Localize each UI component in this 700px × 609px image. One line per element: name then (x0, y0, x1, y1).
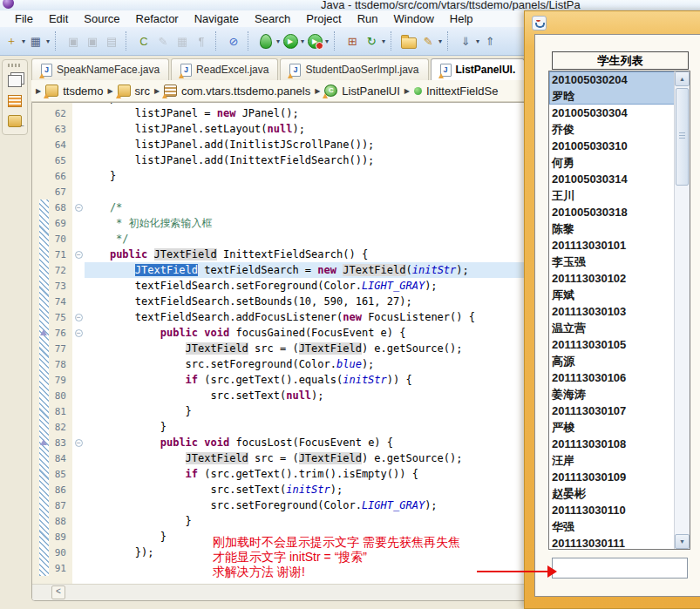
new-file-button-dropdown-icon[interactable]: ▾ (22, 37, 25, 45)
new-wizard-button-dropdown-icon[interactable]: ▾ (46, 37, 50, 45)
package-explorer-icon[interactable] (8, 115, 22, 127)
line-number: 65 (32, 155, 72, 166)
menu-item-navigate[interactable]: Navigate (187, 12, 247, 25)
menu-item-search[interactable]: Search (247, 12, 298, 25)
menu-item-source[interactable]: Source (76, 12, 127, 25)
student-list-item[interactable]: 姜海涛 (549, 386, 675, 403)
student-list-item[interactable]: 温立营 (549, 320, 675, 336)
new-wizard-button[interactable]: ▦ (27, 32, 44, 50)
menu-item-window[interactable]: Window (386, 12, 442, 25)
student-list-item[interactable]: 201005030310 (549, 138, 675, 154)
student-list-item[interactable]: 厍斌 (549, 287, 675, 303)
student-list-item[interactable]: 李玉强 (549, 254, 675, 270)
run-button-dropdown-icon[interactable]: ▾ (301, 37, 304, 45)
bc-pkg-icon (164, 85, 177, 97)
java-cup-icon (532, 16, 547, 30)
fold-marker[interactable]: − (72, 329, 85, 337)
menu-item-run[interactable]: Run (350, 12, 386, 25)
build-project-button-dropdown-icon[interactable]: ▾ (382, 37, 385, 45)
new-file-button[interactable]: ＋ (3, 32, 20, 50)
student-list-item[interactable]: 201113030103 (549, 303, 675, 320)
student-list-item[interactable]: 罗晗 (549, 88, 675, 105)
menu-item-file[interactable]: File (7, 12, 41, 25)
whitespace-toggle-button[interactable]: ⊘ (225, 32, 242, 50)
student-list-item[interactable]: 乔俊 (549, 121, 675, 138)
breadcrumb-item[interactable]: ListPanelUI (342, 85, 399, 98)
collapse-icon[interactable]: − (75, 251, 83, 259)
student-list-item[interactable]: 高源 (549, 353, 675, 369)
student-list-item[interactable]: 陈黎 (549, 220, 675, 237)
student-list[interactable]: 201005030204罗晗201005030304乔俊201005030310… (548, 71, 690, 550)
search-pencil-button[interactable]: ✎ (419, 32, 437, 50)
menu-item-edit[interactable]: Edit (41, 12, 76, 25)
scroll-up-button[interactable]: ▲ (675, 71, 690, 86)
student-list-item[interactable]: 201113030106 (549, 369, 675, 386)
new-class-button[interactable]: C (135, 32, 153, 50)
fold-marker[interactable]: − (72, 251, 85, 259)
open-type-button[interactable] (400, 32, 418, 50)
toolbar-separator (55, 31, 61, 51)
student-list-item[interactable]: 何勇 (549, 154, 675, 171)
fold-marker[interactable]: − (72, 314, 85, 321)
build-project-button[interactable]: ↻ (363, 32, 380, 50)
student-list-item[interactable]: 赵晏彬 (549, 485, 675, 502)
debug-button[interactable] (257, 32, 275, 50)
scroll-left-button[interactable]: < (51, 585, 65, 599)
breadcrumb-item[interactable]: ttsdemo (63, 85, 103, 98)
scroll-down-button[interactable]: ▼ (675, 534, 690, 549)
line-number: 64 (32, 139, 72, 151)
breadcrumb-item[interactable]: InittextFieldSe (426, 85, 498, 98)
student-list-item[interactable]: 201113030107 (549, 403, 675, 419)
search-pencil-button-dropdown-icon[interactable]: ▾ (438, 37, 442, 45)
breadcrumb-item[interactable]: src (135, 85, 150, 98)
student-list-item[interactable]: 201113030102 (549, 270, 675, 287)
student-list-item[interactable]: 201113030110 (549, 502, 675, 518)
student-list-item[interactable]: 201113030109 (549, 469, 675, 485)
search-input[interactable] (552, 558, 688, 579)
debug-button-dropdown-icon[interactable]: ▾ (276, 37, 280, 45)
student-list-item[interactable]: 王川 (549, 187, 675, 204)
collapse-icon[interactable]: − (75, 204, 83, 212)
breadcrumb-item[interactable]: com.vtars.ttsdemo.panels (181, 85, 310, 98)
drag-handle[interactable] (8, 64, 22, 67)
tab-listpanelui-[interactable]: JListPanelUI. (431, 58, 526, 80)
student-list-item[interactable]: 汪岸 (549, 452, 675, 469)
student-list-window[interactable]: 学生列表 201005030204罗晗201005030304乔俊2010050… (524, 10, 700, 609)
coverage-button[interactable]: ⊞ (343, 32, 361, 50)
student-list-item[interactable]: 201113030105 (549, 336, 675, 353)
screenshot-root: { "window": { "title": "Java - ttsdemo/s… (0, 0, 700, 609)
next-annotation-button[interactable]: ⇓ (457, 32, 474, 50)
bug-icon (260, 34, 272, 49)
restore-view-icon[interactable] (8, 75, 22, 87)
next-annotation-button-dropdown-icon[interactable]: ▾ (476, 37, 479, 45)
student-list-item[interactable]: 华强 (549, 518, 675, 535)
student-list-item[interactable]: 201005030204 (549, 71, 675, 88)
tab-readexcel-java[interactable]: JReadExcel.java (171, 58, 278, 80)
type-hierarchy-icon[interactable] (8, 95, 22, 107)
student-list-item[interactable]: 严梭 (549, 419, 675, 436)
menu-item-project[interactable]: Project (298, 12, 349, 25)
collapse-icon[interactable]: − (75, 439, 83, 447)
collapse-icon[interactable]: − (75, 314, 83, 321)
collapse-icon[interactable]: − (75, 329, 83, 337)
vertical-scrollbar[interactable]: ▲ ▼ (674, 71, 690, 549)
student-list-item[interactable]: 201005030314 (549, 171, 675, 187)
student-list-item[interactable]: 201005030304 (549, 105, 675, 121)
run-external-button-dropdown-icon[interactable]: ▾ (325, 37, 329, 45)
student-list-item[interactable]: 201113030101 (549, 237, 675, 254)
scrollbar-thumb[interactable] (676, 88, 689, 186)
run-external-button[interactable]: ▶ (306, 32, 323, 50)
tab-speaknameface-java[interactable]: JSpeakNameFace.java (31, 58, 169, 80)
fold-marker[interactable]: − (72, 439, 85, 447)
line-number: 61 (32, 102, 72, 104)
run-button[interactable]: ▶ (282, 32, 299, 50)
student-list-item[interactable]: 201005030318 (549, 204, 675, 220)
menu-item-refactor[interactable]: Refactor (128, 12, 187, 25)
fold-marker[interactable]: − (72, 204, 85, 212)
student-list-item[interactable]: 201113030108 (549, 436, 675, 452)
student-list-item[interactable]: 201113030111 (549, 535, 675, 549)
tab-studentdaoserimpl-java[interactable]: JStudentDaoSerImpl.java (280, 58, 428, 80)
prev-annotation-button[interactable]: ⇑ (481, 32, 499, 50)
warning-overlay-icon (162, 93, 167, 98)
menu-item-help[interactable]: Help (442, 12, 481, 25)
